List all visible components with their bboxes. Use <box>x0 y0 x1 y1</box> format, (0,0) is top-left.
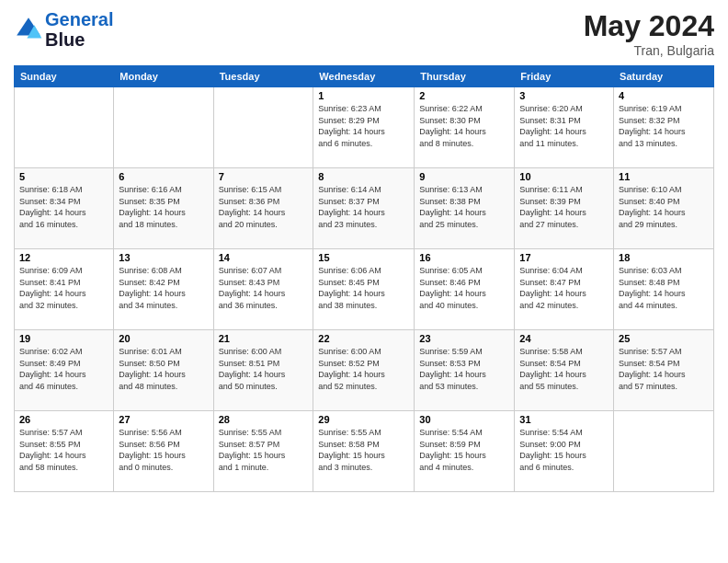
day-number: 1 <box>318 90 409 101</box>
day-number: 16 <box>419 252 509 263</box>
calendar-header-thursday: Thursday <box>415 66 515 87</box>
calendar-cell: 5Sunrise: 6:18 AMSunset: 8:34 PMDaylight… <box>15 168 114 249</box>
day-info: Sunrise: 6:18 AMSunset: 8:34 PMDaylight:… <box>19 184 108 230</box>
calendar-cell: 25Sunrise: 5:57 AMSunset: 8:54 PMDayligh… <box>614 330 714 411</box>
day-info: Sunrise: 6:22 AMSunset: 8:30 PMDaylight:… <box>419 103 509 149</box>
sunrise-info: Sunrise: 5:57 AM <box>619 347 682 356</box>
daylight-hours: and 0 minutes. <box>119 463 173 472</box>
day-number: 14 <box>219 252 309 263</box>
calendar-cell: 28Sunrise: 5:55 AMSunset: 8:57 PMDayligh… <box>213 411 313 492</box>
day-info: Sunrise: 6:23 AMSunset: 8:29 PMDaylight:… <box>318 103 409 149</box>
daylight-hours: and 27 minutes. <box>519 220 578 229</box>
daylight-hours: Daylight: 15 hours <box>119 451 186 460</box>
calendar-header-sunday: Sunday <box>15 66 114 87</box>
daylight-hours: and 40 minutes. <box>419 301 478 310</box>
day-number: 12 <box>19 252 108 263</box>
sunrise-info: Sunrise: 6:20 AM <box>519 104 583 113</box>
day-info: Sunrise: 6:20 AMSunset: 8:31 PMDaylight:… <box>519 103 609 149</box>
day-info: Sunrise: 5:58 AMSunset: 8:54 PMDaylight:… <box>519 346 609 392</box>
title-block: May 2024 Tran, Bulgaria <box>584 9 714 58</box>
logo-line2: Blue <box>45 29 113 50</box>
sunset-info: Sunset: 8:54 PM <box>519 359 581 368</box>
daylight-hours: and 18 minutes. <box>119 220 177 229</box>
daylight-hours: Daylight: 14 hours <box>19 451 86 460</box>
day-number: 22 <box>318 333 409 344</box>
daylight-hours: Daylight: 14 hours <box>619 127 686 136</box>
calendar-cell: 13Sunrise: 6:08 AMSunset: 8:42 PMDayligh… <box>114 249 213 330</box>
calendar-header-saturday: Saturday <box>614 66 714 87</box>
day-number: 18 <box>619 252 709 263</box>
daylight-hours: and 46 minutes. <box>19 382 78 391</box>
day-number: 9 <box>419 171 509 182</box>
day-info: Sunrise: 6:15 AMSunset: 8:36 PMDaylight:… <box>219 184 309 230</box>
daylight-hours: and 4 minutes. <box>419 463 473 472</box>
daylight-hours: Daylight: 14 hours <box>619 208 686 217</box>
sunset-info: Sunset: 8:49 PM <box>19 359 81 368</box>
day-number: 25 <box>619 333 709 344</box>
day-number: 24 <box>519 333 609 344</box>
calendar-cell: 30Sunrise: 5:54 AMSunset: 8:59 PMDayligh… <box>415 411 515 492</box>
sunrise-info: Sunrise: 6:00 AM <box>318 347 381 356</box>
calendar-cell: 17Sunrise: 6:04 AMSunset: 8:47 PMDayligh… <box>515 249 614 330</box>
daylight-hours: Daylight: 14 hours <box>619 289 686 298</box>
sunset-info: Sunset: 8:30 PM <box>419 116 481 125</box>
sunrise-info: Sunrise: 6:11 AM <box>519 185 583 194</box>
sunrise-info: Sunrise: 6:07 AM <box>219 266 282 275</box>
daylight-hours: and 38 minutes. <box>318 301 377 310</box>
daylight-hours: and 55 minutes. <box>519 382 578 391</box>
day-number: 13 <box>119 252 208 263</box>
daylight-hours: and 11 minutes. <box>519 139 578 148</box>
daylight-hours: Daylight: 14 hours <box>219 370 286 379</box>
calendar-cell: 15Sunrise: 6:06 AMSunset: 8:45 PMDayligh… <box>313 249 415 330</box>
day-number: 26 <box>19 414 108 425</box>
header: General Blue May 2024 Tran, Bulgaria <box>14 9 714 58</box>
calendar-cell: 31Sunrise: 5:54 AMSunset: 9:00 PMDayligh… <box>515 411 614 492</box>
calendar-cell <box>15 87 114 168</box>
sunset-info: Sunset: 8:59 PM <box>419 440 481 449</box>
calendar-cell: 18Sunrise: 6:03 AMSunset: 8:48 PMDayligh… <box>614 249 714 330</box>
day-info: Sunrise: 6:10 AMSunset: 8:40 PMDaylight:… <box>619 184 709 230</box>
calendar-week-4: 19Sunrise: 6:02 AMSunset: 8:49 PMDayligh… <box>15 330 714 411</box>
daylight-hours: and 3 minutes. <box>318 463 372 472</box>
daylight-hours: and 1 minute. <box>219 463 269 472</box>
sunset-info: Sunset: 8:35 PM <box>119 197 180 206</box>
calendar-header-row: SundayMondayTuesdayWednesdayThursdayFrid… <box>15 66 714 87</box>
daylight-hours: Daylight: 14 hours <box>318 289 385 298</box>
calendar-cell <box>614 411 714 492</box>
sunrise-info: Sunrise: 5:55 AM <box>318 428 381 437</box>
daylight-hours: and 36 minutes. <box>219 301 278 310</box>
calendar-cell <box>114 87 213 168</box>
daylight-hours: Daylight: 15 hours <box>419 451 486 460</box>
day-info: Sunrise: 5:55 AMSunset: 8:58 PMDaylight:… <box>318 427 409 473</box>
sunrise-info: Sunrise: 5:56 AM <box>119 428 182 437</box>
daylight-hours: Daylight: 14 hours <box>19 370 86 379</box>
day-number: 4 <box>619 90 709 101</box>
day-info: Sunrise: 6:19 AMSunset: 8:32 PMDaylight:… <box>619 103 709 149</box>
daylight-hours: Daylight: 14 hours <box>519 208 586 217</box>
sunset-info: Sunset: 8:47 PM <box>519 278 581 287</box>
daylight-hours: Daylight: 15 hours <box>318 451 385 460</box>
sunset-info: Sunset: 8:51 PM <box>219 359 280 368</box>
calendar-cell: 11Sunrise: 6:10 AMSunset: 8:40 PMDayligh… <box>614 168 714 249</box>
calendar-cell: 24Sunrise: 5:58 AMSunset: 8:54 PMDayligh… <box>515 330 614 411</box>
sunrise-info: Sunrise: 6:19 AM <box>619 104 682 113</box>
sunrise-info: Sunrise: 6:23 AM <box>318 104 381 113</box>
daylight-hours: and 13 minutes. <box>619 139 677 148</box>
sunset-info: Sunset: 8:55 PM <box>19 440 81 449</box>
page: General Blue May 2024 Tran, Bulgaria Sun… <box>0 0 728 563</box>
day-number: 21 <box>219 333 309 344</box>
day-info: Sunrise: 5:57 AMSunset: 8:54 PMDaylight:… <box>619 346 709 392</box>
daylight-hours: and 16 minutes. <box>19 220 78 229</box>
daylight-hours: Daylight: 14 hours <box>419 289 486 298</box>
calendar-week-1: 1Sunrise: 6:23 AMSunset: 8:29 PMDaylight… <box>15 87 714 168</box>
sunset-info: Sunset: 9:00 PM <box>519 440 581 449</box>
daylight-hours: Daylight: 14 hours <box>119 289 186 298</box>
sunset-info: Sunset: 8:39 PM <box>519 197 581 206</box>
calendar-cell: 8Sunrise: 6:14 AMSunset: 8:37 PMDaylight… <box>313 168 415 249</box>
daylight-hours: and 58 minutes. <box>19 463 78 472</box>
day-info: Sunrise: 6:05 AMSunset: 8:46 PMDaylight:… <box>419 265 509 311</box>
daylight-hours: and 8 minutes. <box>419 139 473 148</box>
sunset-info: Sunset: 8:40 PM <box>619 197 680 206</box>
calendar-week-5: 26Sunrise: 5:57 AMSunset: 8:55 PMDayligh… <box>15 411 714 492</box>
day-number: 5 <box>19 171 108 182</box>
